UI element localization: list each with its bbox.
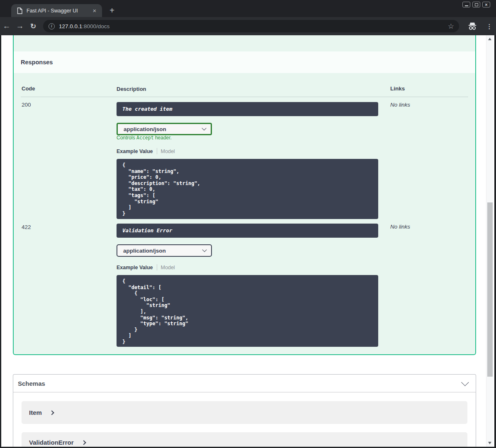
accept-note-suffix: header.: [154, 135, 172, 141]
response-links-422: No links: [390, 224, 410, 230]
browser-toolbar: ← → ↻ i 127.0.0.1:8000/docs ☆ ⋮: [0, 17, 496, 35]
page-info-icon[interactable]: i: [49, 23, 55, 29]
window-controls: ×: [462, 2, 490, 7]
document-favicon-icon: [17, 7, 22, 14]
scrollbar-thumb[interactable]: [487, 202, 493, 377]
tab-bar: Fast API - Swagger UI × + ×: [0, 0, 496, 17]
media-type-select-200[interactable]: application/json: [117, 123, 212, 135]
table-header-divider: [21, 97, 468, 97]
new-tab-button[interactable]: +: [107, 6, 117, 16]
incognito-icon: [467, 22, 478, 30]
tab-title: Fast API - Swagger UI: [27, 8, 91, 14]
response-example-json-422: { "detail": [ { "loc": [ "string" ], "ms…: [117, 275, 378, 347]
example-model-tabs-200: Example Value Model: [117, 148, 175, 154]
schema-model-validationerror[interactable]: ValidationError: [22, 432, 467, 447]
schema-model-item[interactable]: Item: [22, 401, 467, 424]
column-header-description: Description: [117, 86, 146, 92]
example-model-tabs-422: Example Value Model: [117, 264, 175, 270]
responses-header-strip: Responses: [14, 51, 475, 73]
response-code-422: 422: [22, 224, 31, 230]
page-scrollbar[interactable]: [486, 35, 494, 447]
reload-button[interactable]: ↻: [27, 22, 40, 31]
tab-example-value[interactable]: Example Value: [117, 149, 153, 154]
tab-model[interactable]: Model: [161, 149, 175, 154]
response-description-200: The created item: [117, 102, 378, 116]
chevron-right-icon: [81, 440, 86, 445]
response-description-422: Validation Error: [117, 224, 378, 238]
media-type-value-422: application/json: [123, 248, 166, 254]
media-type-value-200: application/json: [124, 126, 166, 132]
model-name: ValidationError: [29, 439, 74, 446]
url-host: 127.0.0.1: [59, 23, 82, 29]
tab-separator: [157, 148, 157, 154]
window-close-button[interactable]: ×: [482, 2, 490, 7]
url-path: :8000/docs: [82, 23, 109, 29]
media-type-select-422[interactable]: application/json: [117, 244, 212, 257]
tab-close-icon[interactable]: ×: [91, 7, 98, 14]
url-text: 127.0.0.1:8000/docs: [59, 23, 448, 29]
response-links-200: No links: [390, 102, 410, 108]
responses-title: Responses: [21, 59, 53, 66]
schemas-title: Schemas: [18, 380, 461, 387]
response-example-json-200: { "name": "string", "price": 0, "descrip…: [117, 159, 378, 219]
schemas-section: Schemas Item ValidationError: [13, 374, 476, 447]
page-content: Responses Code Description Links 200 No …: [1, 35, 494, 447]
maximize-icon: [475, 3, 478, 6]
tab-example-value[interactable]: Example Value: [117, 265, 153, 270]
scrollbar-up-arrow-icon[interactable]: [488, 38, 491, 40]
chevron-down-icon[interactable]: [461, 378, 469, 386]
minimize-icon: [465, 5, 468, 6]
forward-button[interactable]: →: [13, 22, 27, 31]
accept-note-prefix: Controls: [117, 135, 136, 141]
controls-accept-note: Controls Accept header.: [117, 135, 172, 141]
chevron-down-icon: [202, 126, 206, 130]
model-name: Item: [29, 409, 42, 416]
chevron-down-icon: [202, 247, 207, 252]
opblock-responses-section: Responses Code Description Links 200 No …: [13, 35, 476, 355]
browser-menu-button[interactable]: ⋮: [485, 23, 494, 29]
close-icon: ×: [485, 2, 487, 7]
scrollbar-down-arrow-icon[interactable]: [488, 442, 491, 444]
column-header-links: Links: [390, 85, 405, 92]
tab-separator: [157, 264, 157, 270]
chevron-right-icon: [49, 410, 54, 415]
browser-tab[interactable]: Fast API - Swagger UI ×: [11, 4, 102, 17]
tab-model[interactable]: Model: [161, 265, 175, 270]
window-maximize-button[interactable]: [472, 2, 480, 7]
bookmark-star-icon[interactable]: ☆: [448, 22, 454, 31]
accept-note-code: Accept: [136, 135, 154, 141]
schemas-header[interactable]: Schemas: [13, 375, 476, 392]
address-bar[interactable]: i 127.0.0.1:8000/docs ☆: [43, 20, 459, 32]
window-minimize-button[interactable]: [462, 2, 470, 7]
back-button[interactable]: ←: [0, 22, 13, 31]
response-code-200: 200: [22, 102, 31, 108]
column-header-code: Code: [22, 85, 35, 92]
